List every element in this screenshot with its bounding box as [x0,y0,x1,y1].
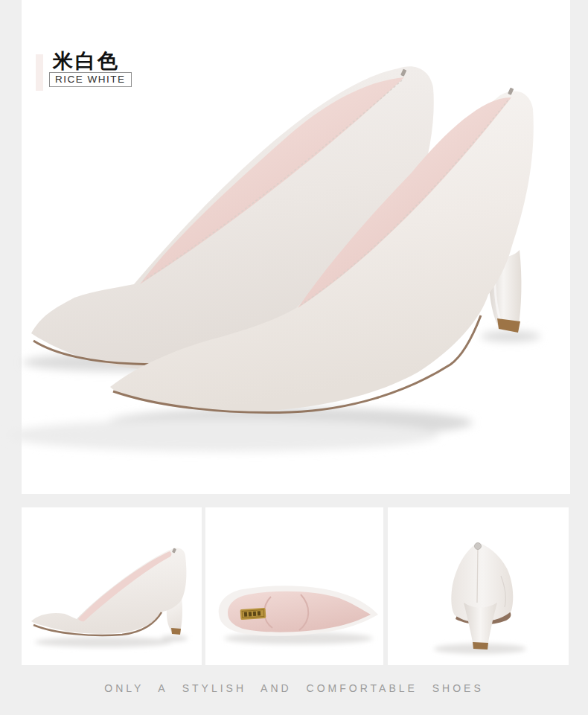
gallery-section: ONLY A STYLISH AND COMFORTABLE SHOES [0,494,588,715]
thumb1-shadow [35,635,188,647]
product-detail-page: 米白色 RICE WHITE [0,0,588,715]
thumb3-heel-tip [473,642,488,650]
thumb3-metal-tab [475,543,482,550]
color-title-english-badge: RICE WHITE [49,72,132,87]
color-accent-bar [36,54,43,91]
thumb3-stiletto-heel [464,603,497,647]
thumb2-gold-brand-label [240,608,266,620]
color-title-chinese: 米白色 [53,48,120,74]
thumbnail-back-view [388,507,569,665]
footer-tagline: ONLY A STYLISH AND COMFORTABLE SHOES [0,682,588,694]
thumbnail-side-view [22,507,202,665]
thumbnail-top-view [205,507,383,665]
thumb1-heel-tip [171,628,181,635]
